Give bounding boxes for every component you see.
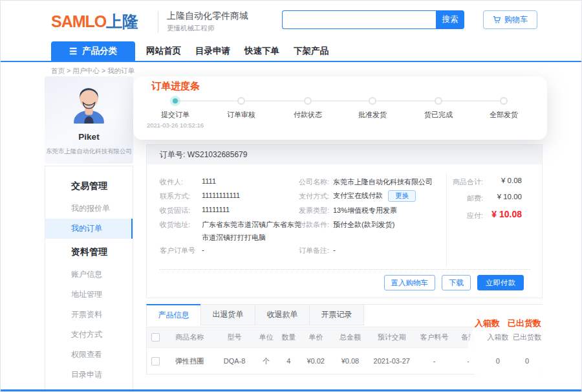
download-button[interactable]: 下载 bbox=[442, 275, 471, 290]
summary-value-payable: ¥ 10.08 bbox=[444, 209, 522, 219]
footer-top-strip bbox=[1, 389, 582, 392]
site-logo[interactable]: SAMLO上隆 bbox=[51, 11, 138, 32]
progress-dot bbox=[500, 97, 508, 105]
tab-payments-refunds[interactable]: 收退款单 bbox=[255, 304, 310, 325]
cell-boxed-qty: 0 bbox=[483, 357, 512, 365]
sidebar-item-catalog-apply[interactable]: 目录申请 bbox=[45, 365, 133, 385]
table-header-row: 商品名称 型号 单位 数量 单价 总金额 预计交期 客户料号 备注 入箱数 已出… bbox=[147, 327, 542, 347]
annotation-boxed-qty: 入箱数 bbox=[475, 318, 500, 329]
field-value-phone: 11111111 bbox=[202, 206, 230, 213]
sidebar-item-my-orders[interactable]: 我的订单 bbox=[45, 219, 133, 239]
field-value-address: 广东省东莞市道滘镇广东省东莞市道滘镇打打打电脑 bbox=[202, 218, 307, 244]
tab-shipping-returns[interactable]: 出退货单 bbox=[200, 304, 255, 325]
nav-underline bbox=[1, 61, 582, 62]
cell-model: DQA-8 bbox=[215, 357, 255, 365]
order-number-label: 订单号: bbox=[160, 150, 185, 159]
order-actions: 置入购物车 下载 立即付款 bbox=[384, 275, 524, 290]
field-value-invoice-type: 13%增值税专用发票 bbox=[333, 206, 397, 215]
nav-item-catalog[interactable]: 目录申请 bbox=[195, 45, 230, 57]
field-label-company: 公司名称: bbox=[299, 177, 329, 187]
field-label-customer-po: 客户订单号 bbox=[160, 246, 195, 256]
pay-now-button[interactable]: 立即付款 bbox=[477, 275, 524, 290]
search-button[interactable]: 搜索 bbox=[436, 10, 464, 29]
field-value-recipient: 1111 bbox=[202, 177, 216, 185]
field-value-pay-terms: 预付全款(款到发货) bbox=[333, 220, 394, 230]
search-box: 搜索 bbox=[282, 10, 464, 29]
progress-dot-active bbox=[173, 98, 178, 103]
row-select-cell bbox=[147, 357, 165, 365]
columns-annotation: 入箱数 已出货数 bbox=[475, 318, 541, 329]
breadcrumb[interactable]: 首页 > 用户中心 > 我的订单 bbox=[51, 67, 135, 76]
cell-delivery-date: 2021-03-27 bbox=[369, 357, 415, 365]
nav-item-quick-order[interactable]: 快速下单 bbox=[244, 45, 279, 57]
field-label-contact: 联系方式: bbox=[160, 191, 190, 201]
sidebar-item-payment[interactable]: 支付方式 bbox=[45, 325, 133, 345]
field-label-recipient: 收件人: bbox=[160, 177, 183, 187]
site-title: 上隆自动化零件商城 bbox=[167, 10, 248, 22]
progress-track bbox=[175, 100, 504, 102]
product-table: 商品名称 型号 单位 数量 单价 总金额 预计交期 客户料号 备注 入箱数 已出… bbox=[146, 327, 543, 375]
profile-card: Piket 东莞市上隆自动化科技有限公司 bbox=[45, 76, 133, 164]
sidebar-item-my-quotes[interactable]: 我的报价单 bbox=[45, 199, 133, 219]
cell-unit: 个 bbox=[254, 356, 277, 366]
field-label-pay-terms: 付款条件: bbox=[299, 220, 329, 230]
tab-invoice-records[interactable]: 开票记录 bbox=[309, 304, 364, 325]
product-category-button[interactable]: ☰ 产品分类 bbox=[51, 41, 135, 61]
sidebar-item-address[interactable]: 地址管理 bbox=[45, 285, 133, 305]
col-boxed-qty: 入箱数 bbox=[483, 332, 512, 342]
profile-company: 东莞市上隆自动化科技有限公司 bbox=[45, 147, 133, 156]
cart-icon bbox=[493, 16, 501, 24]
cell-shipped-qty: 0 bbox=[512, 357, 542, 365]
field-label-invoice-type: 发票类型: bbox=[299, 206, 329, 215]
progress-annotation-label: 订单进度条 bbox=[151, 80, 200, 93]
progress-dot bbox=[435, 97, 442, 105]
order-progress-card: 订单进度条 提交订单 2021-03-26 10:52:16 订单审核 付款状态… bbox=[133, 76, 547, 140]
col-remark: 备注 bbox=[453, 332, 483, 342]
field-value-company: 东莞市上隆自动化科技有限公司 bbox=[333, 177, 433, 187]
col-customer-part: 客户料号 bbox=[415, 332, 454, 342]
step-label: 全部发货 bbox=[465, 110, 543, 120]
sidebar-item-account-info[interactable]: 账户信息 bbox=[45, 265, 133, 285]
nav-item-home[interactable]: 网站首页 bbox=[146, 45, 181, 57]
tab-product-info[interactable]: 产品信息 bbox=[146, 304, 201, 325]
search-input[interactable] bbox=[282, 10, 436, 29]
col-shipped-qty: 已出货数 bbox=[512, 332, 542, 342]
order-number: WS21032685679 bbox=[188, 150, 248, 159]
sidebar-item-permission[interactable]: 权限查看 bbox=[45, 345, 133, 365]
progress-dot bbox=[237, 97, 245, 105]
field-value-pay-method: 支付宝在线付款更换 bbox=[333, 190, 416, 202]
annotation-shipped-qty: 已出货数 bbox=[508, 318, 541, 329]
cell-product-name[interactable]: 弹性挡圈 bbox=[165, 356, 215, 366]
change-payment-button[interactable]: 更换 bbox=[388, 190, 416, 202]
cart-label: 购物车 bbox=[504, 14, 528, 25]
nav-item-offline-products[interactable]: 下架产品 bbox=[294, 45, 329, 57]
actions-divider bbox=[160, 269, 530, 270]
add-to-cart-button[interactable]: 置入购物车 bbox=[384, 275, 436, 290]
sidebar-heading-trade: 交易管理 bbox=[45, 173, 133, 199]
step-date: 2021-03-26 10:52:16 bbox=[130, 122, 221, 129]
field-value-order-remark: - bbox=[333, 246, 336, 254]
order-detail-card: 订单号: WS21032685679 收件人: 1111 联系方式: 11111… bbox=[146, 144, 543, 298]
field-label-phone: 收货固话: bbox=[160, 206, 190, 215]
row-checkbox[interactable] bbox=[151, 357, 160, 365]
field-value-contact: 11111111111 bbox=[202, 191, 240, 199]
cell-qty: 4 bbox=[277, 357, 299, 365]
field-label-pay-method: 支付方式: bbox=[299, 191, 329, 201]
avatar bbox=[68, 82, 110, 124]
step-label: 订单审核 bbox=[202, 110, 280, 120]
col-model: 型号 bbox=[215, 332, 255, 342]
sidebar-item-invoice-info[interactable]: 开票资料 bbox=[45, 305, 133, 325]
select-all-checkbox[interactable] bbox=[151, 333, 160, 342]
cart-button[interactable]: 购物车 bbox=[483, 10, 537, 29]
cell-remark: - bbox=[453, 357, 483, 365]
logo-cn: 上隆 bbox=[106, 12, 138, 30]
progress-dot bbox=[369, 97, 376, 105]
sidebar-heading-profile: 资料管理 bbox=[45, 239, 133, 265]
order-number-bar: 订单号: WS21032685679 bbox=[147, 145, 542, 164]
field-label-address: 收货地址: bbox=[160, 220, 190, 230]
col-unit-price: 单价 bbox=[299, 332, 332, 342]
profile-name: Piket bbox=[45, 132, 133, 142]
field-label-order-remark: 订单备注: bbox=[299, 246, 329, 256]
cell-total: ¥0.08 bbox=[332, 357, 369, 365]
category-label: 产品分类 bbox=[82, 45, 117, 57]
